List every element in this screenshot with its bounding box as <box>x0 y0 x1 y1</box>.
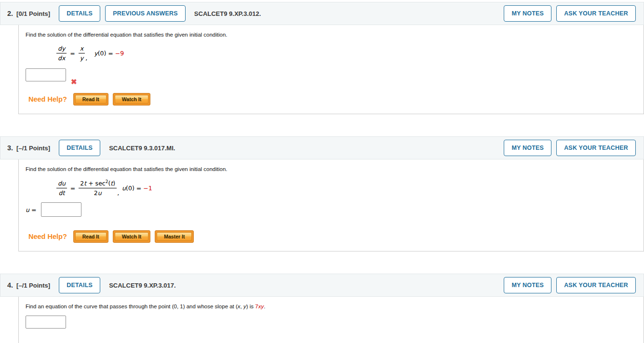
ask-your-teacher-button[interactable]: ASK YOUR TEACHER <box>556 140 636 156</box>
lhs-fraction: du dt <box>56 180 67 197</box>
problem-4-header-right: MY NOTES ASK YOUR TEACHER <box>504 277 636 293</box>
initial-condition: u(0) = −1 <box>122 185 152 192</box>
my-notes-button[interactable]: MY NOTES <box>504 277 551 293</box>
fraction-denominator: y <box>79 53 85 62</box>
fraction-numerator: du <box>56 180 67 188</box>
need-help-label: Need Help? <box>28 233 67 240</box>
problem-2-header-right: MY NOTES ASK YOUR TEACHER <box>504 5 636 22</box>
details-button[interactable]: DETAILS <box>59 5 100 22</box>
problem-3-body: Find the solution of the differential eq… <box>18 159 644 251</box>
equation: du dt = 2t + sec2(t) 2u , u(0) = −1 <box>56 179 637 197</box>
answer-input[interactable] <box>26 68 66 81</box>
condition-text: (0) = <box>98 50 115 57</box>
previous-answers-button[interactable]: PREVIOUS ANSWERS <box>105 5 186 22</box>
problem-points: [–/1 Points] <box>16 145 50 152</box>
need-help-row: Need Help? Read It Watch It Master It <box>28 230 637 243</box>
details-button[interactable]: DETAILS <box>59 140 100 156</box>
problem-card-3: 3. [–/1 Points] DETAILS SCALCET9 9.3.017… <box>0 136 644 251</box>
problem-prompt: Find the solution of the differential eq… <box>26 166 637 173</box>
fraction-numerator: x <box>79 45 85 53</box>
equals-sign: = <box>70 185 75 192</box>
problem-number: 3. <box>7 144 13 152</box>
watch-it-button[interactable]: Watch It <box>113 93 150 106</box>
problem-3-header-right: MY NOTES ASK YOUR TEACHER <box>504 140 636 156</box>
problem-2-header-left: 2. [0/1 Points] DETAILS PREVIOUS ANSWERS… <box>7 5 261 22</box>
read-it-label: Read It <box>75 232 107 241</box>
problem-code: SCALCET9 9.XP.3.012. <box>194 10 261 17</box>
equation: dy dx = x y , y(0) = −9 <box>56 45 637 62</box>
answer-row: ✖ <box>26 68 637 81</box>
answer-input[interactable] <box>26 316 66 329</box>
condition-variable: y <box>94 50 97 57</box>
answer-row <box>26 316 637 329</box>
rhs-fraction: x y <box>79 45 85 62</box>
watch-it-button[interactable]: Watch It <box>113 230 150 243</box>
assignment-page: 2. [0/1 Points] DETAILS PREVIOUS ANSWERS… <box>0 0 644 343</box>
answer-label: u = <box>26 206 38 213</box>
problem-card-2: 2. [0/1 Points] DETAILS PREVIOUS ANSWERS… <box>0 2 644 114</box>
master-it-button[interactable]: Master It <box>155 230 194 243</box>
problem-2-body: Find the solution of the differential eq… <box>18 25 644 114</box>
problem-3-header-left: 3. [–/1 Points] DETAILS SCALCET9 9.3.017… <box>7 140 175 156</box>
rhs-fraction: 2t + sec2(t) 2u <box>79 179 117 197</box>
condition-text: (0) = <box>126 185 143 192</box>
condition-value: −9 <box>115 50 124 57</box>
fraction-numerator: 2t + sec2(t) <box>79 179 117 188</box>
answer-input[interactable] <box>41 202 81 217</box>
comma: , <box>117 189 119 197</box>
problem-points: [–/1 Points] <box>16 282 50 289</box>
problem-points: [0/1 Points] <box>16 10 50 17</box>
problem-prompt: Find the solution of the differential eq… <box>26 31 637 39</box>
answer-row: u = <box>26 202 637 217</box>
ask-your-teacher-button[interactable]: ASK YOUR TEACHER <box>556 5 636 22</box>
lhs-fraction: dy dx <box>56 45 67 62</box>
slope-variables: xy <box>258 303 264 309</box>
problem-2-header: 2. [0/1 Points] DETAILS PREVIOUS ANSWERS… <box>0 2 644 25</box>
watch-it-label: Watch It <box>115 95 148 104</box>
read-it-button[interactable]: Read It <box>73 230 108 243</box>
initial-condition: y(0) = −9 <box>94 50 124 57</box>
problem-code: SCALCET9 9.XP.3.017. <box>109 282 176 289</box>
problem-code: SCALCET9 9.3.017.MI. <box>109 145 175 152</box>
problem-4-header: 4. [–/1 Points] DETAILS SCALCET9 9.XP.3.… <box>0 274 644 297</box>
condition-value: −1 <box>143 185 152 192</box>
incorrect-x-icon: ✖ <box>71 78 77 85</box>
master-it-label: Master It <box>157 232 192 241</box>
ask-your-teacher-button[interactable]: ASK YOUR TEACHER <box>556 277 636 293</box>
my-notes-button[interactable]: MY NOTES <box>504 140 551 156</box>
problem-4-header-left: 4. [–/1 Points] DETAILS SCALCET9 9.XP.3.… <box>7 277 176 293</box>
problem-card-4: 4. [–/1 Points] DETAILS SCALCET9 9.XP.3.… <box>0 274 644 343</box>
watch-it-label: Watch It <box>115 232 148 241</box>
problem-number: 4. <box>7 281 13 289</box>
need-help-row: Need Help? Read It Watch It <box>28 93 637 106</box>
problem-3-header: 3. [–/1 Points] DETAILS SCALCET9 9.3.017… <box>0 136 644 159</box>
my-notes-button[interactable]: MY NOTES <box>504 5 551 22</box>
fraction-denominator: 2u <box>79 188 117 197</box>
read-it-button[interactable]: Read It <box>73 93 108 106</box>
fraction-denominator: dt <box>56 188 67 197</box>
problem-prompt: Find an equation of the curve that passe… <box>26 303 637 310</box>
read-it-label: Read It <box>75 95 107 104</box>
need-help-label: Need Help? <box>28 95 67 103</box>
problem-number: 2. <box>7 10 13 17</box>
fraction-numerator: dy <box>56 45 67 53</box>
equals-sign: = <box>70 50 75 57</box>
problem-4-body: Find an equation of the curve that passe… <box>18 297 644 343</box>
comma: , <box>85 54 87 62</box>
details-button[interactable]: DETAILS <box>59 277 100 293</box>
condition-variable: u <box>122 185 126 192</box>
fraction-denominator: dx <box>56 53 67 62</box>
